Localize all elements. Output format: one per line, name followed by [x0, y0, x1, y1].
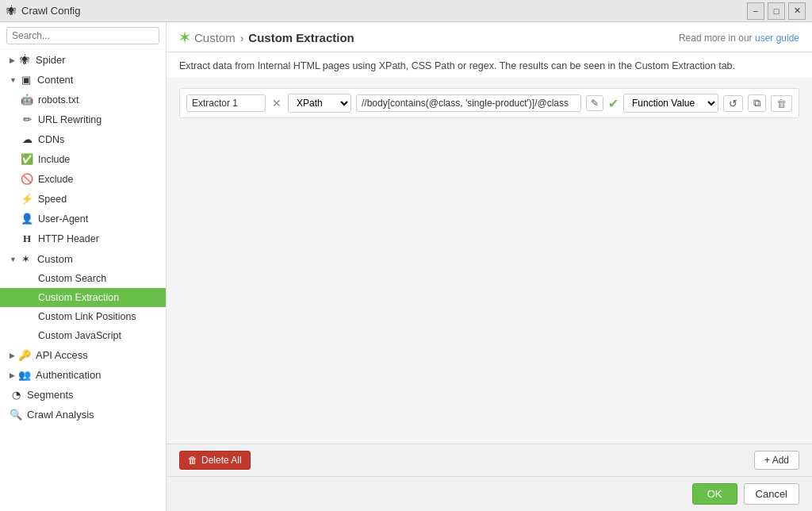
sidebar-item-label: Crawl Analysis: [27, 409, 94, 421]
extractor-close-button[interactable]: ✕: [270, 97, 283, 110]
spider-icon: 🕷: [18, 54, 31, 66]
sidebar-item-label: Segments: [27, 389, 74, 401]
sidebar-item-label: URL Rewriting: [38, 114, 102, 125]
sidebar-item-custom-extraction[interactable]: Custom Extraction: [0, 288, 166, 307]
sidebar-item-label: Spider: [36, 54, 66, 66]
sidebar-item-api-access[interactable]: 🔑 API Access: [0, 345, 166, 365]
sidebar: 🕷 Spider ▣ Content 🤖 robots.txt ✏ URL Re…: [0, 22, 167, 511]
sidebar-item-label: API Access: [36, 349, 88, 361]
sidebar-item-label: Exclude: [38, 174, 73, 185]
extractor-refresh-button[interactable]: ↺: [723, 95, 743, 112]
close-button[interactable]: ✕: [788, 2, 806, 20]
url-rewriting-icon: ✏: [21, 113, 33, 125]
delete-all-button[interactable]: 🗑 Delete All: [179, 451, 251, 470]
add-button[interactable]: + Add: [754, 451, 799, 470]
bottom-bar: OK Cancel: [167, 476, 812, 511]
segments-icon: ◔: [10, 389, 22, 401]
sidebar-item-label: robots.txt: [38, 94, 79, 106]
sidebar-item-custom-search[interactable]: Custom Search: [0, 269, 166, 288]
sidebar-item-custom-javascript[interactable]: Custom JavaScript: [0, 326, 166, 345]
http-header-icon: H: [21, 232, 33, 245]
sidebar-item-label: Speed: [38, 194, 67, 205]
delete-all-icon: 🗑: [188, 455, 197, 466]
title-bar: 🕷 Crawl Config − □ ✕: [0, 0, 812, 22]
sidebar-item-label: User-Agent: [38, 213, 88, 225]
extractor-edit-button[interactable]: ✎: [586, 95, 603, 111]
sidebar-item-spider[interactable]: 🕷 Spider: [0, 50, 166, 70]
extractor-valid-icon: ✔: [608, 96, 619, 111]
extractor-copy-button[interactable]: ⧉: [748, 94, 766, 112]
extractor-name-input[interactable]: [186, 94, 266, 112]
extractor-value-input[interactable]: [356, 94, 581, 112]
speed-icon: ⚡: [21, 193, 33, 205]
main-description: Extract data from Internal HTML pages us…: [167, 52, 812, 79]
sidebar-item-label: Authentication: [36, 369, 101, 381]
content-icon: ▣: [20, 74, 33, 86]
cdns-icon: ☁: [21, 133, 33, 145]
sidebar-item-label: Custom Search: [38, 273, 106, 284]
breadcrumb-parent: Custom: [194, 31, 236, 44]
sidebar-item-custom[interactable]: ✶ Custom: [0, 249, 166, 269]
exclude-icon: 🚫: [21, 173, 33, 185]
maximize-button[interactable]: □: [768, 2, 785, 20]
sidebar-item-exclude[interactable]: 🚫 Exclude: [0, 169, 166, 189]
main-content: ✶ Custom › Custom Extraction Read more i…: [167, 22, 812, 511]
window-title: Crawl Config: [21, 5, 80, 17]
sidebar-item-speed[interactable]: ⚡ Speed: [0, 189, 166, 209]
sidebar-item-segments[interactable]: ◔ Segments: [0, 385, 166, 405]
robots-icon: 🤖: [21, 94, 33, 106]
include-icon: ✅: [21, 153, 33, 165]
sidebar-item-content[interactable]: ▣ Content: [0, 70, 166, 90]
sidebar-item-include[interactable]: ✅ Include: [0, 149, 166, 169]
cancel-button[interactable]: Cancel: [744, 483, 799, 505]
main-header: ✶ Custom › Custom Extraction Read more i…: [167, 22, 812, 52]
app-icon: 🕷: [6, 5, 17, 17]
main-body: ✕ XPath CSS Regex ✎ ✔ Function Value Tex…: [167, 79, 812, 444]
ok-button[interactable]: OK: [692, 483, 737, 505]
search-input[interactable]: [6, 27, 159, 44]
breadcrumb-current: Custom Extraction: [248, 31, 354, 44]
breadcrumb-icon: ✶: [179, 30, 190, 45]
custom-icon: ✶: [20, 253, 33, 265]
sidebar-item-crawl-analysis[interactable]: 🔍 Crawl Analysis: [0, 405, 166, 425]
sidebar-item-http-header[interactable]: H HTTP Header: [0, 229, 166, 249]
add-label: + Add: [764, 455, 789, 466]
sidebar-item-cdns[interactable]: ☁ CDNs: [0, 129, 166, 149]
delete-all-label: Delete All: [201, 455, 242, 466]
sidebar-item-label: Custom JavaScript: [38, 330, 121, 341]
extractor-result-select[interactable]: Function Value Text Attribute: [623, 94, 718, 113]
extractor-row: ✕ XPath CSS Regex ✎ ✔ Function Value Tex…: [179, 88, 799, 118]
crawl-analysis-icon: 🔍: [10, 409, 22, 421]
breadcrumb: ✶ Custom › Custom Extraction: [179, 30, 354, 45]
sidebar-item-label: HTTP Header: [38, 233, 99, 244]
sidebar-item-label: Custom: [37, 253, 73, 265]
authentication-icon: 👥: [18, 369, 31, 381]
sidebar-item-label: Custom Link Positions: [38, 311, 136, 322]
sidebar-item-robots-txt[interactable]: 🤖 robots.txt: [0, 90, 166, 110]
sidebar-item-label: CDNs: [38, 134, 64, 145]
sidebar-item-authentication[interactable]: 👥 Authentication: [0, 365, 166, 385]
api-access-icon: 🔑: [18, 349, 31, 361]
extractor-type-select[interactable]: XPath CSS Regex: [288, 94, 351, 113]
sidebar-item-custom-link-positions[interactable]: Custom Link Positions: [0, 307, 166, 326]
user-guide-link[interactable]: user guide: [755, 33, 799, 44]
extractor-delete-button[interactable]: 🗑: [771, 95, 792, 112]
sidebar-item-label: Content: [37, 74, 74, 86]
sidebar-item-label: Custom Extraction: [38, 292, 119, 303]
sidebar-item-user-agent[interactable]: 👤 User-Agent: [0, 209, 166, 229]
main-footer: 🗑 Delete All + Add: [167, 444, 812, 476]
sidebar-item-url-rewriting[interactable]: ✏ URL Rewriting: [0, 110, 166, 129]
breadcrumb-separator: ›: [240, 32, 244, 44]
user-agent-icon: 👤: [21, 213, 33, 225]
minimize-button[interactable]: −: [747, 2, 764, 20]
sidebar-item-label: Include: [38, 154, 70, 165]
user-guide-text: Read more in our user guide: [679, 33, 799, 44]
